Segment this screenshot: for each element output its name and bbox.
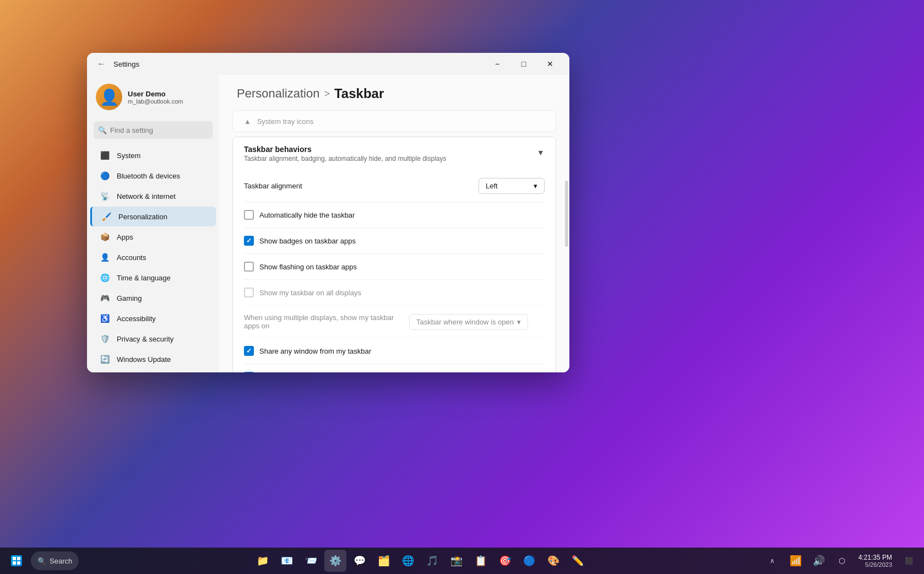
auto-hide-wrap: Automatically hide the taskbar bbox=[244, 210, 545, 220]
multi-display-row: When using multiple displays, show my ta… bbox=[244, 306, 545, 338]
search-box[interactable]: 🔍 bbox=[94, 121, 213, 139]
taskbar-icon-blue3[interactable]: ✏️ bbox=[567, 550, 589, 572]
previous-section: ▲ System tray icons bbox=[232, 110, 556, 132]
section-chevron: ▲ bbox=[537, 149, 545, 158]
file-explorer-icon: 📁 bbox=[257, 555, 269, 567]
nav-icon-system: ⬛ bbox=[99, 150, 110, 161]
avatar[interactable]: 👤 bbox=[96, 84, 122, 110]
nav-icon-privacy: 🛡️ bbox=[99, 333, 110, 344]
mail-icon: 📧 bbox=[281, 555, 293, 567]
taskbar-icon-chrome[interactable]: 🔵 bbox=[518, 550, 540, 572]
flashing-label: Show flashing on taskbar apps bbox=[259, 263, 357, 271]
share-window-wrap: Share any window from my taskbar bbox=[244, 346, 545, 356]
taskbar-icon-colorful[interactable]: 🎨 bbox=[542, 550, 564, 572]
taskbar-search[interactable]: 🔍 Search bbox=[31, 551, 79, 570]
sidebar-item-bluetooth[interactable]: 🔵 Bluetooth & devices bbox=[90, 166, 216, 186]
search-input[interactable] bbox=[110, 126, 208, 134]
taskbar-icon-teams[interactable]: 💬 bbox=[349, 550, 371, 572]
nav-icon-apps: 📦 bbox=[99, 231, 110, 242]
share-window-checkbox[interactable] bbox=[244, 346, 254, 356]
taskbar-icon-blue2[interactable]: 📸 bbox=[445, 550, 468, 572]
taskbar-bluetooth[interactable]: ⬡ bbox=[831, 550, 853, 572]
settings-icon: ⚙️ bbox=[329, 555, 341, 567]
taskbar-network[interactable]: 📶 bbox=[785, 550, 807, 572]
flashing-checkbox[interactable] bbox=[244, 262, 254, 272]
multi-display-chevron: ▾ bbox=[517, 318, 521, 326]
chevron-up-icon: ∧ bbox=[770, 557, 775, 565]
taskbar-icon-file-explorer[interactable]: 📁 bbox=[252, 550, 274, 572]
sidebar-item-accounts[interactable]: 👤 Accounts bbox=[90, 247, 216, 267]
auto-hide-checkbox[interactable] bbox=[244, 210, 254, 220]
auto-hide-label: Automatically hide the taskbar bbox=[259, 211, 355, 219]
multi-display-label: When using multiple displays, show my ta… bbox=[244, 313, 409, 330]
section-body: Taskbar alignment Left ▾ Automatically h… bbox=[233, 170, 556, 372]
taskbar-icon-explorer2[interactable]: 🗂️ bbox=[373, 550, 395, 572]
taskbar-icon-purple[interactable]: 📋 bbox=[470, 550, 492, 572]
volume-icon: 🔊 bbox=[813, 555, 825, 567]
multi-display-value: Taskbar where window is open bbox=[416, 318, 514, 326]
windows-logo bbox=[11, 555, 22, 566]
sidebar-item-accessibility[interactable]: ♿ Accessibility bbox=[90, 308, 216, 328]
bluetooth-icon: ⬡ bbox=[839, 556, 845, 565]
nav-icon-time: 🌐 bbox=[99, 272, 110, 283]
sidebar-item-apps[interactable]: 📦 Apps bbox=[90, 227, 216, 247]
maximize-button[interactable]: □ bbox=[511, 55, 536, 73]
nav-label-accounts: Accounts bbox=[117, 253, 146, 262]
back-button[interactable]: ← bbox=[94, 57, 109, 71]
nav-label-gaming: Gaming bbox=[117, 294, 142, 302]
settings-window: ← Settings − □ ✕ 👤 User Demo m_lab@outlo… bbox=[87, 53, 569, 372]
taskbar-icon-edge[interactable]: 🌐 bbox=[397, 550, 419, 572]
taskbar-notification[interactable]: ⬛ bbox=[898, 550, 920, 572]
taskbar: 🔍 Search 📁 📧 📨 ⚙️ 💬 🗂️ 🌐 🎵 📸 bbox=[0, 548, 924, 574]
sidebar-item-update[interactable]: 🔄 Windows Update bbox=[90, 349, 216, 369]
outlook-icon: 📨 bbox=[305, 555, 317, 567]
green-app-icon: 🎵 bbox=[426, 555, 438, 567]
user-email: m_lab@outlook.com bbox=[128, 98, 183, 105]
close-button[interactable]: ✕ bbox=[537, 55, 563, 73]
breadcrumb-current: Taskbar bbox=[334, 86, 384, 101]
setting-show-desktop: Select the far corner of the taskbar to … bbox=[244, 364, 545, 372]
nav-icon-gaming: 🎮 bbox=[99, 293, 110, 304]
clock-time: 4:21:35 PM bbox=[858, 554, 892, 561]
taskbar-clock[interactable]: 4:21:35 PM 5/26/2023 bbox=[854, 551, 896, 570]
window-title: Settings bbox=[113, 60, 139, 68]
sidebar-item-privacy[interactable]: 🛡️ Privacy & security bbox=[90, 329, 216, 349]
colorful-icon: 🎨 bbox=[547, 555, 559, 567]
minimize-button[interactable]: − bbox=[485, 55, 510, 73]
nav-label-apps: Apps bbox=[117, 233, 133, 241]
start-button[interactable] bbox=[4, 549, 29, 573]
taskbar-chevron[interactable]: ∧ bbox=[762, 550, 784, 572]
show-desktop-wrap: Select the far corner of the taskbar to … bbox=[244, 372, 545, 372]
nav-label-personalization: Personalization bbox=[118, 213, 167, 221]
sidebar-item-gaming[interactable]: 🎮 Gaming bbox=[90, 288, 216, 308]
section-header-text: Taskbar behaviors Taskbar alignment, bad… bbox=[244, 145, 447, 163]
multi-display-dropdown[interactable]: Taskbar where window is open ▾ bbox=[409, 314, 528, 330]
taskbar-icon-mail[interactable]: 📧 bbox=[276, 550, 298, 572]
show-desktop-checkbox[interactable] bbox=[244, 372, 254, 372]
taskbar-time: 4:21:35 PM 5/26/2023 bbox=[858, 554, 892, 568]
nav-icon-update: 🔄 bbox=[99, 354, 110, 365]
all-displays-checkbox[interactable] bbox=[244, 288, 254, 297]
clock-date: 5/26/2023 bbox=[858, 561, 892, 568]
breadcrumb-parent: Personalization bbox=[237, 86, 319, 101]
title-bar: ← Settings − □ ✕ bbox=[87, 53, 569, 75]
sidebar-item-personalization[interactable]: 🖌️ Personalization bbox=[90, 207, 216, 226]
taskbar-icons: 📁 📧 📨 ⚙️ 💬 🗂️ 🌐 🎵 📸 📋 🎯 bbox=[79, 550, 761, 572]
sidebar-item-network[interactable]: 📡 Network & internet bbox=[90, 186, 216, 206]
taskbar-icon-orange[interactable]: 🎯 bbox=[494, 550, 516, 572]
sidebar-item-time[interactable]: 🌐 Time & language bbox=[90, 268, 216, 288]
sidebar-item-system[interactable]: ⬛ System bbox=[90, 145, 216, 165]
taskbar-icon-outlook[interactable]: 📨 bbox=[300, 550, 322, 572]
alignment-dropdown[interactable]: Left ▾ bbox=[479, 178, 545, 194]
section-header[interactable]: Taskbar behaviors Taskbar alignment, bad… bbox=[233, 137, 556, 170]
taskbar-search-icon: 🔍 bbox=[37, 557, 46, 565]
nav-icon-personalization: 🖌️ bbox=[101, 211, 112, 222]
scrollbar[interactable] bbox=[565, 181, 568, 247]
taskbar-icon-settings[interactable]: ⚙️ bbox=[324, 550, 346, 572]
taskbar-icon-green[interactable]: 🎵 bbox=[421, 550, 443, 572]
breadcrumb: Personalization > Taskbar bbox=[219, 75, 569, 110]
breadcrumb-separator: > bbox=[324, 88, 330, 100]
taskbar-volume[interactable]: 🔊 bbox=[808, 550, 830, 572]
section-title: Taskbar behaviors bbox=[244, 145, 447, 154]
badges-checkbox[interactable] bbox=[244, 236, 254, 246]
